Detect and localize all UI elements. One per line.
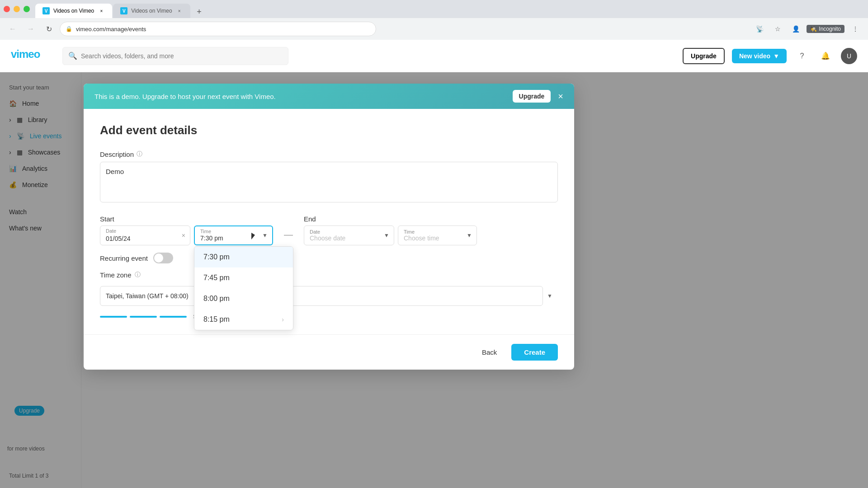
search-bar[interactable]: 🔍 xyxy=(62,47,288,65)
end-time-placeholder: Choose time xyxy=(404,235,458,242)
start-date-value: 01/05/24 xyxy=(106,235,131,242)
banner-close-btn[interactable]: × xyxy=(558,91,563,102)
start-time-field[interactable]: Time 7:30 pm ▼ xyxy=(194,225,273,245)
time-option-800[interactable]: 8:00 pm xyxy=(194,288,293,309)
step-dot-2 xyxy=(130,316,157,318)
end-inputs: Date Choose date ▼ Time Choose time ▼ xyxy=(304,225,477,245)
profile-icon[interactable]: 👤 xyxy=(788,22,803,36)
search-input[interactable] xyxy=(81,52,283,60)
forward-nav-btn[interactable]: → xyxy=(24,22,38,36)
datetime-separator: — xyxy=(284,215,293,240)
end-time-chevron: ▼ xyxy=(467,232,472,239)
bookmark-icon[interactable]: ☆ xyxy=(770,22,785,36)
address-bar[interactable]: 🔒 vimeo.com/manage/events xyxy=(60,22,376,36)
toggle-knob xyxy=(154,253,163,263)
back-nav-btn[interactable]: ← xyxy=(5,22,20,36)
start-date-clear[interactable]: × xyxy=(182,232,185,239)
back-button[interactable]: Back xyxy=(473,344,506,361)
timezone-chevron: ▼ xyxy=(547,293,552,299)
end-date-placeholder: Choose date xyxy=(310,235,376,242)
window-maximize-btn[interactable]: + xyxy=(24,6,30,12)
vimeo-header: vimeo 🔍 Upgrade New video ▼ ? 🔔 U xyxy=(0,40,868,72)
end-date-chevron: ▼ xyxy=(384,232,389,239)
recurring-toggle[interactable] xyxy=(153,253,173,263)
description-textarea[interactable]: Demo xyxy=(100,162,558,202)
help-icon[interactable]: ? xyxy=(794,48,810,64)
new-tab-btn[interactable]: + xyxy=(193,5,206,18)
start-label: Start xyxy=(100,215,273,223)
tab-favicon-2: V xyxy=(120,7,127,14)
incognito-label: Incognito xyxy=(819,26,841,32)
timezone-row: Time zone ⓘ xyxy=(100,271,558,279)
tab-close-2[interactable]: × xyxy=(176,7,183,14)
time-option-730[interactable]: 7:30 pm xyxy=(194,247,293,267)
window-minimize-btn[interactable]: – xyxy=(14,6,20,12)
upgrade-button[interactable]: Upgrade xyxy=(683,48,725,64)
start-date-label: Date xyxy=(106,228,116,234)
incognito-icon: 🕵 xyxy=(810,26,817,32)
steps-row: Step 3 of 3 xyxy=(100,313,558,320)
description-label: Description ⓘ xyxy=(100,150,558,158)
browser-tab-1[interactable]: V Videos on Vimeo × xyxy=(35,4,112,18)
end-date-label: Date xyxy=(310,229,376,235)
time-option-815[interactable]: 8:15 pm › xyxy=(194,309,293,330)
start-time-chevron: ▼ xyxy=(262,232,268,239)
start-group: Start Date 01/05/24 × Time 7:30 pm ▼ xyxy=(100,215,273,245)
datetime-row: Start Date 01/05/24 × Time 7:30 pm ▼ xyxy=(100,215,558,245)
banner-upgrade-btn[interactable]: Upgrade xyxy=(513,90,551,103)
modal-banner: This is a demo. Upgrade to host your nex… xyxy=(84,84,574,109)
cast-icon[interactable]: 📡 xyxy=(752,22,767,36)
timezone-select-wrap: Taipei, Taiwan (GMT + 08:00) ▼ xyxy=(100,286,558,306)
recurring-row: Recurring event xyxy=(100,253,558,263)
end-date-field[interactable]: Date Choose date ▼ xyxy=(304,225,394,245)
create-button[interactable]: Create xyxy=(511,344,558,361)
description-info-icon: ⓘ xyxy=(137,150,142,158)
step-dot-3 xyxy=(160,316,187,318)
browser-tab-2[interactable]: V Videos on Vimeo × xyxy=(113,4,190,18)
modal-body: Add event details Description ⓘ Demo Sta… xyxy=(84,109,574,334)
time-option-scroll: › xyxy=(282,316,284,323)
tab-favicon-1: V xyxy=(42,7,50,14)
start-date-field[interactable]: Date 01/05/24 × xyxy=(100,225,190,245)
refresh-btn[interactable]: ↻ xyxy=(42,22,56,36)
lock-icon: 🔒 xyxy=(66,26,72,32)
time-option-745-label: 7:45 pm xyxy=(203,274,230,282)
tab-title-1: Videos on Vimeo xyxy=(53,8,94,14)
timezone-label: Time zone xyxy=(100,271,131,279)
time-option-800-label: 8:00 pm xyxy=(203,295,230,303)
time-option-815-label: 8:15 pm xyxy=(203,315,230,324)
address-text: vimeo.com/manage/events xyxy=(76,26,146,33)
time-option-745[interactable]: 7:45 pm xyxy=(194,267,293,288)
start-time-value: 7:30 pm xyxy=(200,235,223,242)
timezone-select[interactable]: Taipei, Taiwan (GMT + 08:00) xyxy=(100,286,543,306)
new-video-label: New video xyxy=(739,52,770,60)
search-icon: 🔍 xyxy=(68,52,77,60)
description-section: Description ⓘ Demo xyxy=(100,150,558,204)
end-label: End xyxy=(304,215,477,223)
modal-title: Add event details xyxy=(100,123,558,137)
window-close-btn[interactable]: × xyxy=(4,6,10,12)
start-inputs: Date 01/05/24 × Time 7:30 pm ▼ xyxy=(100,225,273,245)
start-time-wrapper: Time 7:30 pm ▼ 7:30 pm 7:45 pm xyxy=(194,225,273,245)
tab-title-2: Videos on Vimeo xyxy=(131,8,172,14)
end-time-field[interactable]: Time Choose time ▼ xyxy=(398,225,477,245)
vimeo-logo: vimeo xyxy=(11,48,52,64)
end-time-label: Time xyxy=(404,229,458,235)
menu-btn[interactable]: ⋮ xyxy=(848,22,863,36)
svg-text:vimeo: vimeo xyxy=(11,48,40,60)
time-option-730-label: 7:30 pm xyxy=(203,253,230,261)
incognito-badge: 🕵 Incognito xyxy=(807,25,844,33)
recurring-label: Recurring event xyxy=(100,254,148,262)
modal: This is a demo. Upgrade to host your nex… xyxy=(84,84,574,370)
banner-text: This is a demo. Upgrade to host your nex… xyxy=(94,93,505,100)
start-time-label: Time xyxy=(200,229,211,234)
step-dot-1 xyxy=(100,316,127,318)
modal-footer: Back Create xyxy=(84,334,574,370)
notifications-icon[interactable]: 🔔 xyxy=(817,48,834,64)
new-video-button[interactable]: New video ▼ xyxy=(732,49,787,63)
time-dropdown: 7:30 pm 7:45 pm 8:00 pm 8:15 pm › xyxy=(194,246,293,330)
end-group: End Date Choose date ▼ Time Choose time … xyxy=(304,215,477,245)
tab-close-1[interactable]: × xyxy=(98,7,105,14)
avatar[interactable]: U xyxy=(841,48,857,64)
timezone-info-icon: ⓘ xyxy=(135,271,141,279)
